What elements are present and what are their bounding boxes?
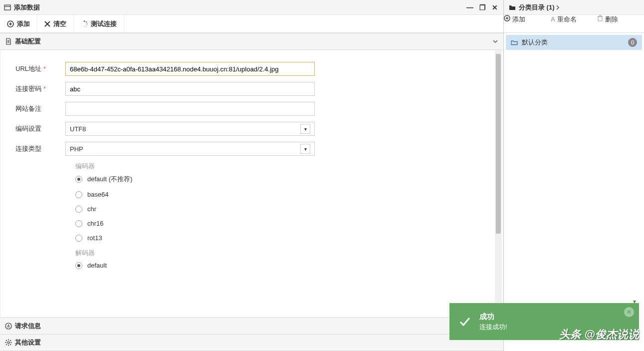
category-item-default[interactable]: 默认分类 0 bbox=[506, 35, 642, 50]
svg-line-24 bbox=[6, 340, 7, 341]
conntype-label: 连接类型 bbox=[10, 144, 65, 153]
basic-config-label: 基础配置 bbox=[15, 37, 41, 46]
decoder-option[interactable]: default bbox=[75, 262, 493, 269]
chevron-down-icon: ▾ bbox=[300, 144, 310, 154]
conntype-select[interactable]: PHP ▾ bbox=[65, 142, 315, 156]
plus-circle-icon bbox=[504, 15, 510, 21]
password-input[interactable] bbox=[65, 82, 315, 96]
font-a-icon: A bbox=[551, 15, 555, 23]
url-label: URL地址* bbox=[10, 64, 65, 73]
request-info-label: 请求信息 bbox=[15, 322, 41, 331]
toast-title: 成功 bbox=[479, 312, 507, 322]
add-button[interactable]: 添加 bbox=[0, 15, 37, 32]
encoder-option-label: chr bbox=[87, 205, 96, 213]
svg-point-12 bbox=[82, 25, 82, 26]
radio-icon bbox=[75, 206, 82, 213]
x-icon bbox=[44, 21, 50, 27]
encoder-option[interactable]: default (不推荐) bbox=[75, 175, 493, 184]
spinner-icon bbox=[81, 20, 88, 27]
cat-rename-button[interactable]: A 重命名 bbox=[551, 15, 598, 32]
note-input[interactable] bbox=[65, 102, 315, 116]
password-label: 连接密码* bbox=[10, 84, 65, 93]
folder-icon bbox=[509, 4, 516, 11]
check-icon bbox=[457, 314, 472, 329]
encoder-option-label: base64 bbox=[87, 191, 109, 198]
encoder-option-label: default (不推荐) bbox=[87, 175, 132, 184]
chevron-down-icon bbox=[492, 38, 498, 44]
radio-icon bbox=[75, 176, 82, 183]
cat-delete-button[interactable]: 删除 bbox=[597, 15, 644, 32]
scroll-thumb[interactable] bbox=[496, 54, 501, 234]
other-settings-section[interactable]: 其他设置 bbox=[0, 334, 503, 351]
close-toast-button[interactable]: ✕ bbox=[624, 307, 634, 317]
add-label: 添加 bbox=[17, 19, 30, 28]
request-info-section[interactable]: 请求信息 bbox=[0, 317, 503, 334]
basic-config-section[interactable]: 基础配置 bbox=[0, 33, 503, 50]
window-icon bbox=[4, 4, 11, 11]
encoder-option-label: chr16 bbox=[87, 220, 104, 227]
encoder-option[interactable]: chr bbox=[75, 205, 493, 213]
maximize-button[interactable]: ❐ bbox=[478, 3, 487, 11]
success-toast: ▾ 成功 连接成功! ✕ bbox=[449, 303, 639, 340]
cat-delete-label: 删除 bbox=[605, 15, 618, 23]
category-count-badge: 0 bbox=[628, 38, 637, 47]
minimize-button[interactable]: — bbox=[465, 3, 475, 11]
svg-point-8 bbox=[86, 21, 87, 22]
close-window-button[interactable]: ✕ bbox=[490, 3, 499, 11]
svg-line-25 bbox=[10, 344, 11, 345]
decoder-option-label: default bbox=[87, 262, 107, 269]
chevron-right-icon[interactable] bbox=[555, 4, 561, 10]
chevron-down-icon: ▾ bbox=[633, 298, 636, 305]
category-item-label: 默认分类 bbox=[522, 38, 548, 47]
decoder-heading: 解码器 bbox=[75, 249, 493, 258]
encoding-select[interactable]: UTF8 ▾ bbox=[65, 122, 315, 136]
svg-point-13 bbox=[81, 23, 82, 24]
svg-point-14 bbox=[82, 21, 83, 22]
document-icon bbox=[5, 38, 12, 45]
category-title: 分类目录 (1) bbox=[519, 3, 555, 12]
chevron-down-icon: ▾ bbox=[300, 124, 310, 134]
conntype-value: PHP bbox=[70, 145, 300, 153]
svg-point-7 bbox=[84, 20, 85, 21]
encoding-value: UTF8 bbox=[70, 125, 300, 133]
encoding-label: 编码设置 bbox=[10, 124, 65, 133]
radio-icon bbox=[75, 235, 82, 242]
encoder-option[interactable]: chr16 bbox=[75, 220, 493, 227]
svg-point-19 bbox=[7, 342, 9, 344]
window-title: 添加数据 bbox=[14, 3, 40, 12]
encoder-option-label: rot13 bbox=[87, 234, 102, 242]
svg-point-9 bbox=[87, 23, 88, 24]
scrollbar[interactable] bbox=[495, 50, 502, 317]
svg-rect-0 bbox=[4, 5, 10, 10]
plus-circle-icon bbox=[7, 20, 14, 27]
radio-icon bbox=[75, 191, 82, 198]
svg-line-27 bbox=[6, 344, 7, 345]
svg-line-26 bbox=[10, 340, 11, 341]
test-connection-button[interactable]: 测试连接 bbox=[74, 15, 124, 32]
toast-body: 连接成功! bbox=[479, 323, 507, 332]
svg-point-10 bbox=[86, 25, 87, 26]
cat-rename-label: 重命名 bbox=[557, 15, 577, 23]
clear-button[interactable]: 清空 bbox=[37, 15, 74, 32]
test-label: 测试连接 bbox=[91, 19, 117, 28]
encoder-option[interactable]: base64 bbox=[75, 191, 493, 198]
cat-add-button[interactable]: 添加 bbox=[504, 15, 551, 32]
encoder-option[interactable]: rot13 bbox=[75, 234, 493, 242]
folder-outline-icon bbox=[511, 39, 518, 46]
cat-add-label: 添加 bbox=[512, 15, 525, 23]
other-settings-label: 其他设置 bbox=[15, 338, 41, 347]
gear-icon bbox=[5, 339, 12, 346]
encoder-heading: 编码器 bbox=[75, 162, 493, 171]
compass-icon bbox=[5, 323, 12, 330]
note-label: 网站备注 bbox=[10, 104, 65, 113]
clear-label: 清空 bbox=[53, 19, 66, 28]
url-input[interactable] bbox=[65, 62, 315, 76]
svg-rect-31 bbox=[598, 16, 602, 21]
trash-icon bbox=[597, 15, 603, 21]
radio-icon bbox=[75, 262, 82, 269]
svg-point-11 bbox=[84, 26, 84, 26]
radio-icon bbox=[75, 220, 82, 227]
